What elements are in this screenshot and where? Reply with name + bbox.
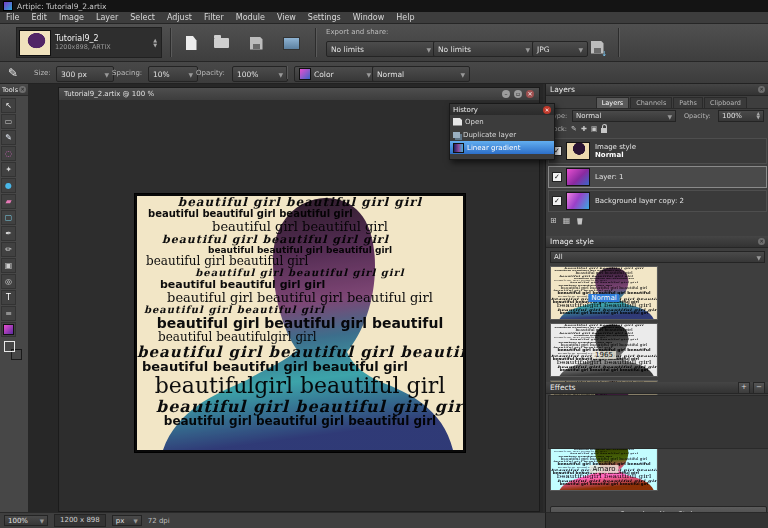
menu-item[interactable]: View — [271, 12, 302, 24]
tools-panel-title: Tools — [2, 86, 18, 94]
layer-opacity-field[interactable]: 100% ▲▼ — [718, 110, 764, 122]
lock-icon[interactable] — [601, 128, 607, 133]
magic-wand-tool[interactable]: ✦ — [1, 162, 16, 177]
layer-group-icon[interactable]: ▦ — [563, 216, 571, 225]
chevron-down-icon: ▼ — [134, 518, 138, 524]
menu-item[interactable]: File — [0, 12, 25, 24]
zoom-dropdown[interactable]: 100%▼ — [4, 515, 48, 526]
layer-visibility-checkbox[interactable] — [552, 172, 562, 182]
layers-panel-tab[interactable]: Channels — [630, 97, 672, 108]
foreground-color-swatch[interactable] — [4, 341, 15, 352]
color-dropdown[interactable]: Color ▼ — [294, 66, 376, 82]
eraser-tool[interactable]: ▰ — [1, 194, 16, 209]
layer-blend-mode-dropdown[interactable]: Normal▼ — [572, 110, 676, 122]
add-effect-button[interactable]: + — [738, 382, 750, 394]
artwork-text-line: beautiful girl beautiful girl girl — [137, 196, 463, 209]
close-icon[interactable]: ✕ — [543, 106, 551, 114]
brush-tool[interactable]: ✎ — [1, 130, 16, 145]
opacity-dropdown[interactable]: 100%▼ — [232, 66, 288, 82]
menu-item[interactable]: Adjust — [161, 12, 198, 24]
artwork-text-line: beautiful girl beautiful girl — [137, 220, 463, 234]
share-icon — [283, 37, 300, 50]
brush-size-dropdown[interactable]: 300 px▼ — [56, 66, 114, 82]
close-icon[interactable]: ✕ — [758, 86, 765, 93]
style-filter-dropdown[interactable]: All▼ — [550, 251, 765, 263]
gradient-tool-icon — [3, 324, 14, 335]
zoom-tool[interactable]: ◎ — [1, 274, 16, 289]
menu-item[interactable]: Settings — [302, 12, 347, 24]
history-item[interactable]: Linear gradient — [450, 141, 554, 154]
export-limit-dropdown-1[interactable]: No limits▼ — [326, 41, 436, 57]
eyedropper-tool[interactable]: ✒ — [1, 226, 16, 241]
lock-move-icon[interactable]: ✚ — [581, 125, 587, 133]
resolution-label: 72 dpi — [148, 517, 170, 525]
new-document-button[interactable] — [180, 32, 202, 54]
close-icon[interactable]: ✕ — [758, 238, 765, 245]
add-layer-icon[interactable]: ⊞ — [550, 216, 557, 225]
current-tool-button[interactable]: ✎ — [2, 62, 24, 84]
layer-row[interactable]: Image style Normal — [548, 138, 767, 164]
maximize-button[interactable]: ▫ — [514, 90, 522, 98]
water-drop-tool[interactable]: ● — [1, 178, 16, 193]
history-item-label: Open — [465, 118, 484, 126]
stamp-tool[interactable]: ▣ — [1, 258, 16, 273]
document-spinner[interactable]: ▲▼ — [153, 38, 159, 48]
opacity-spinner[interactable]: ▲▼ — [757, 112, 760, 121]
chevron-down-icon: ▼ — [278, 71, 283, 78]
artwork-image[interactable]: beautiful girl beautiful girl girlbeauti… — [135, 194, 465, 452]
layer-visibility-checkbox[interactable] — [552, 196, 562, 206]
chevron-down-icon: ▼ — [460, 71, 465, 78]
shape-tool[interactable]: ▢ — [1, 210, 16, 225]
history-panel-header[interactable]: History ✕ — [450, 104, 554, 115]
select-tool[interactable]: ↖ — [1, 98, 16, 113]
effects-panel-header: Effects + − — [546, 382, 768, 394]
delete-layer-icon[interactable] — [576, 217, 583, 225]
image-style-option[interactable]: beautiful girl beautiful girl girlbeauti… — [550, 323, 658, 377]
lock-pixels-icon[interactable]: ▣ — [591, 125, 598, 133]
menu-item[interactable]: Edit — [25, 12, 53, 24]
export-limit-dropdown-2[interactable]: No limits▼ — [433, 41, 535, 57]
gradient-tool[interactable] — [1, 322, 16, 337]
unit-dropdown[interactable]: px▼ — [112, 515, 142, 526]
share-button[interactable] — [280, 32, 302, 54]
menu-item[interactable]: Select — [124, 12, 161, 24]
layer-row[interactable]: Layer: 1 — [548, 166, 767, 188]
pencil-tool[interactable]: ✏ — [1, 242, 16, 257]
menu-item[interactable]: Module — [230, 12, 271, 24]
history-item[interactable]: Open — [450, 115, 554, 128]
chevron-down-icon: ▼ — [578, 46, 583, 53]
close-icon[interactable]: ✕ — [19, 86, 26, 93]
minimize-button[interactable]: – — [502, 90, 510, 98]
close-button[interactable]: ✕ — [526, 90, 534, 98]
opacity-label: Opacity: — [196, 69, 225, 77]
history-panel-title: History — [453, 106, 478, 114]
layers-panel-tab[interactable]: Paths — [673, 97, 703, 108]
document-selector[interactable]: Tutorial9_2 1200x898, ARTIX ▲▼ — [16, 27, 162, 58]
export-save-button[interactable]: ↓ — [586, 36, 608, 58]
menu-item[interactable]: Image — [53, 12, 90, 24]
style-preview: beautiful girl beautiful girl girlbeauti… — [551, 267, 657, 319]
image-style-panel-title: Image style — [550, 237, 594, 246]
menu-item[interactable]: Filter — [198, 12, 230, 24]
color-swatches — [2, 341, 28, 363]
export-format-dropdown[interactable]: JPG▼ — [532, 41, 588, 57]
blend-mode-dropdown[interactable]: Normal▼ — [372, 66, 470, 82]
window-title: Artipic: Tutorial9_2.artix — [17, 2, 107, 11]
layers-panel-tab[interactable]: Layers — [596, 97, 630, 108]
remove-effect-button[interactable]: − — [753, 382, 765, 394]
text-tool[interactable]: T — [1, 290, 16, 305]
lock-brush-icon[interactable]: ✎ — [571, 125, 577, 133]
image-style-option[interactable]: beautiful girl beautiful girl girlbeauti… — [550, 266, 658, 320]
layers-panel-tab[interactable]: Clipboard — [704, 97, 747, 108]
lasso-tool[interactable]: ◌ — [1, 146, 16, 161]
menu-item[interactable]: Window — [347, 12, 391, 24]
align-tool[interactable]: ≡ — [1, 306, 16, 321]
history-item[interactable]: Duplicate layer — [450, 128, 554, 141]
spacing-dropdown[interactable]: 10%▼ — [148, 66, 198, 82]
marquee-tool[interactable]: ▭ — [1, 114, 16, 129]
open-file-button[interactable] — [210, 32, 232, 54]
save-button[interactable] — [245, 32, 267, 54]
layer-row[interactable]: Background layer copy: 2 — [548, 190, 767, 212]
menu-item[interactable]: Layer — [90, 12, 124, 24]
menu-item[interactable]: Help — [390, 12, 420, 24]
